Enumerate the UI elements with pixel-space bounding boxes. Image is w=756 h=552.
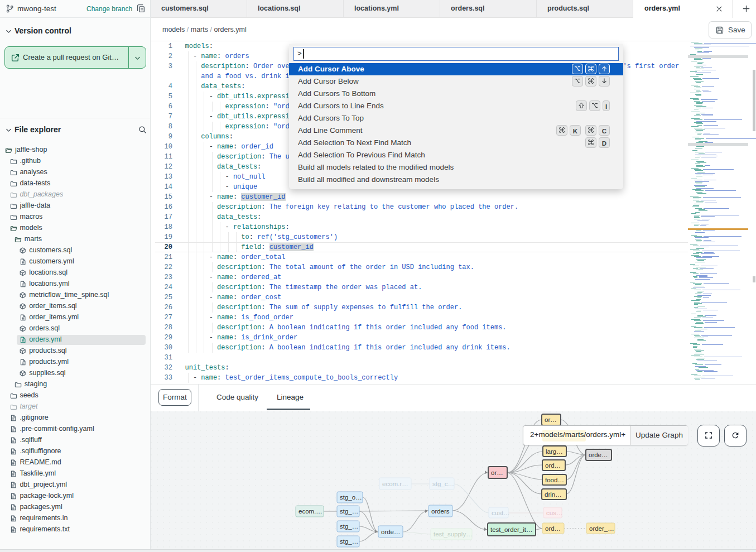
svg-text:food…: food… — [545, 477, 564, 483]
svg-text:stg_…: stg_… — [340, 508, 358, 515]
svg-text:ord…: ord… — [545, 525, 561, 532]
svg-text:test_order_it…: test_order_it… — [490, 526, 532, 533]
svg-text:order_…: order_… — [589, 525, 614, 532]
svg-text:stg_c…: stg_c… — [432, 481, 454, 487]
svg-text:or…: or… — [545, 416, 557, 423]
svg-text:larg…: larg… — [546, 448, 563, 455]
svg-text:drin…: drin… — [545, 491, 562, 498]
svg-text:ecom.r…: ecom.r… — [382, 481, 408, 487]
svg-text:test_supply…: test_supply… — [434, 531, 473, 537]
svg-text:stg_…: stg_… — [340, 538, 358, 545]
svg-text:cust…: cust… — [492, 510, 510, 516]
svg-text:orde…: orde… — [381, 529, 401, 535]
svg-text:stg_…: stg_… — [340, 523, 358, 530]
svg-text:ecom.…: ecom.… — [298, 508, 322, 515]
svg-text:ord…: ord… — [545, 462, 561, 469]
svg-text:or…: or… — [491, 469, 503, 476]
svg-text:orde…: orde… — [589, 452, 608, 458]
svg-text:orders: orders — [431, 508, 450, 515]
svg-text:stg_o…: stg_o… — [340, 494, 362, 501]
svg-text:cus…: cus… — [546, 510, 562, 516]
